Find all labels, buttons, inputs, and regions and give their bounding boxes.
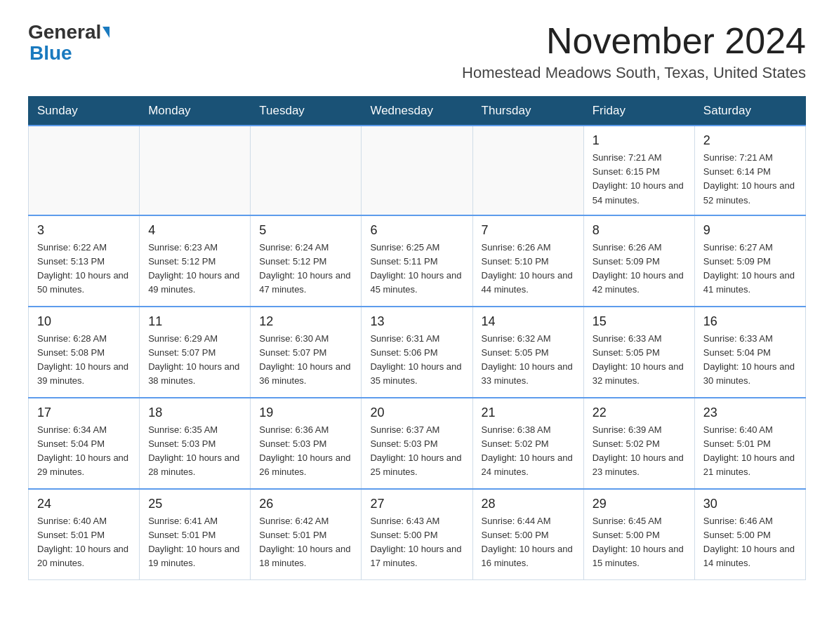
day-number: 9: [703, 223, 797, 238]
day-info: Sunrise: 6:40 AMSunset: 5:01 PMDaylight:…: [37, 514, 131, 571]
day-number: 20: [370, 405, 463, 420]
day-number: 6: [370, 223, 463, 238]
day-info: Sunrise: 6:35 AMSunset: 5:03 PMDaylight:…: [148, 423, 241, 480]
calendar-cell: [140, 126, 251, 215]
calendar-cell: 1Sunrise: 7:21 AMSunset: 6:15 PMDaylight…: [583, 126, 694, 215]
day-info: Sunrise: 6:37 AMSunset: 5:03 PMDaylight:…: [370, 423, 463, 480]
calendar-cell: 13Sunrise: 6:31 AMSunset: 5:06 PMDayligh…: [362, 307, 472, 398]
day-number: 3: [37, 223, 131, 238]
day-info: Sunrise: 6:42 AMSunset: 5:01 PMDaylight:…: [259, 514, 352, 571]
logo-general-text: General: [28, 21, 101, 43]
day-number: 16: [703, 314, 797, 329]
calendar-week-row: 3Sunrise: 6:22 AMSunset: 5:13 PMDaylight…: [29, 215, 806, 307]
day-info: Sunrise: 7:21 AMSunset: 6:14 PMDaylight:…: [703, 151, 797, 208]
page-header: General Blue November 2024 Homestead Mea…: [28, 21, 806, 82]
calendar-cell: 11Sunrise: 6:29 AMSunset: 5:07 PMDayligh…: [140, 307, 251, 398]
day-number: 27: [370, 497, 463, 511]
calendar-cell: 25Sunrise: 6:41 AMSunset: 5:01 PMDayligh…: [140, 489, 251, 580]
calendar-cell: 14Sunrise: 6:32 AMSunset: 5:05 PMDayligh…: [472, 307, 583, 398]
day-info: Sunrise: 6:34 AMSunset: 5:04 PMDaylight:…: [37, 423, 131, 480]
calendar-cell: 24Sunrise: 6:40 AMSunset: 5:01 PMDayligh…: [29, 489, 140, 580]
logo: General Blue: [28, 21, 110, 65]
weekday-header-thursday: Thursday: [472, 97, 583, 126]
day-info: Sunrise: 6:28 AMSunset: 5:08 PMDaylight:…: [37, 332, 131, 389]
weekday-header-sunday: Sunday: [29, 97, 140, 126]
day-info: Sunrise: 6:32 AMSunset: 5:05 PMDaylight:…: [482, 332, 575, 389]
calendar-cell: 21Sunrise: 6:38 AMSunset: 5:02 PMDayligh…: [472, 398, 583, 489]
calendar-week-row: 24Sunrise: 6:40 AMSunset: 5:01 PMDayligh…: [29, 489, 806, 580]
month-title: November 2024: [462, 21, 806, 61]
calendar-header-row: SundayMondayTuesdayWednesdayThursdayFrid…: [29, 97, 806, 126]
day-number: 18: [148, 405, 241, 420]
calendar-cell: 9Sunrise: 6:27 AMSunset: 5:09 PMDaylight…: [694, 215, 805, 307]
day-info: Sunrise: 6:22 AMSunset: 5:13 PMDaylight:…: [37, 241, 131, 297]
calendar-cell: 15Sunrise: 6:33 AMSunset: 5:05 PMDayligh…: [583, 307, 694, 398]
day-number: 22: [593, 405, 686, 420]
day-info: Sunrise: 6:33 AMSunset: 5:05 PMDaylight:…: [593, 332, 686, 389]
calendar-table: SundayMondayTuesdayWednesdayThursdayFrid…: [28, 96, 806, 580]
day-number: 19: [259, 405, 352, 420]
calendar-cell: 27Sunrise: 6:43 AMSunset: 5:00 PMDayligh…: [362, 489, 472, 580]
calendar-cell: 6Sunrise: 6:25 AMSunset: 5:11 PMDaylight…: [362, 215, 472, 307]
day-info: Sunrise: 6:27 AMSunset: 5:09 PMDaylight:…: [703, 241, 797, 297]
day-info: Sunrise: 6:24 AMSunset: 5:12 PMDaylight:…: [259, 241, 352, 297]
day-number: 1: [593, 133, 686, 148]
day-number: 17: [37, 405, 131, 420]
calendar-cell: 12Sunrise: 6:30 AMSunset: 5:07 PMDayligh…: [251, 307, 362, 398]
day-number: 4: [148, 223, 241, 238]
day-number: 10: [37, 314, 131, 329]
day-info: Sunrise: 6:33 AMSunset: 5:04 PMDaylight:…: [703, 332, 797, 389]
calendar-cell: 2Sunrise: 7:21 AMSunset: 6:14 PMDaylight…: [694, 126, 805, 215]
calendar-cell: 5Sunrise: 6:24 AMSunset: 5:12 PMDaylight…: [251, 215, 362, 307]
day-info: Sunrise: 6:23 AMSunset: 5:12 PMDaylight:…: [148, 241, 241, 297]
day-number: 24: [37, 497, 131, 511]
day-info: Sunrise: 6:40 AMSunset: 5:01 PMDaylight:…: [703, 423, 797, 480]
day-info: Sunrise: 7:21 AMSunset: 6:15 PMDaylight:…: [593, 151, 686, 208]
day-number: 2: [703, 133, 797, 148]
day-number: 15: [593, 314, 686, 329]
weekday-header-saturday: Saturday: [694, 97, 805, 126]
day-info: Sunrise: 6:39 AMSunset: 5:02 PMDaylight:…: [593, 423, 686, 480]
weekday-header-friday: Friday: [583, 97, 694, 126]
day-number: 30: [703, 497, 797, 511]
calendar-cell: 16Sunrise: 6:33 AMSunset: 5:04 PMDayligh…: [694, 307, 805, 398]
day-number: 12: [259, 314, 352, 329]
calendar-cell: 26Sunrise: 6:42 AMSunset: 5:01 PMDayligh…: [251, 489, 362, 580]
calendar-cell: 23Sunrise: 6:40 AMSunset: 5:01 PMDayligh…: [694, 398, 805, 489]
day-info: Sunrise: 6:25 AMSunset: 5:11 PMDaylight:…: [370, 241, 463, 297]
day-number: 11: [148, 314, 241, 329]
calendar-cell: 19Sunrise: 6:36 AMSunset: 5:03 PMDayligh…: [251, 398, 362, 489]
calendar-cell: 8Sunrise: 6:26 AMSunset: 5:09 PMDaylight…: [583, 215, 694, 307]
calendar-cell: 7Sunrise: 6:26 AMSunset: 5:10 PMDaylight…: [472, 215, 583, 307]
day-number: 28: [482, 497, 575, 511]
weekday-header-wednesday: Wednesday: [362, 97, 472, 126]
calendar-cell: [29, 126, 140, 215]
calendar-cell: 4Sunrise: 6:23 AMSunset: 5:12 PMDaylight…: [140, 215, 251, 307]
day-number: 25: [148, 497, 241, 511]
day-number: 26: [259, 497, 352, 511]
calendar-cell: 28Sunrise: 6:44 AMSunset: 5:00 PMDayligh…: [472, 489, 583, 580]
day-number: 8: [593, 223, 686, 238]
title-area: November 2024 Homestead Meadows South, T…: [462, 21, 806, 82]
calendar-cell: [472, 126, 583, 215]
day-info: Sunrise: 6:41 AMSunset: 5:01 PMDaylight:…: [148, 514, 241, 571]
day-info: Sunrise: 6:38 AMSunset: 5:02 PMDaylight:…: [482, 423, 575, 480]
day-info: Sunrise: 6:31 AMSunset: 5:06 PMDaylight:…: [370, 332, 463, 389]
day-number: 5: [259, 223, 352, 238]
calendar-cell: 18Sunrise: 6:35 AMSunset: 5:03 PMDayligh…: [140, 398, 251, 489]
calendar-week-row: 1Sunrise: 7:21 AMSunset: 6:15 PMDaylight…: [29, 126, 806, 215]
day-info: Sunrise: 6:26 AMSunset: 5:10 PMDaylight:…: [482, 241, 575, 297]
calendar-cell: 30Sunrise: 6:46 AMSunset: 5:00 PMDayligh…: [694, 489, 805, 580]
calendar-cell: 20Sunrise: 6:37 AMSunset: 5:03 PMDayligh…: [362, 398, 472, 489]
calendar-cell: 29Sunrise: 6:45 AMSunset: 5:00 PMDayligh…: [583, 489, 694, 580]
calendar-cell: [251, 126, 362, 215]
day-info: Sunrise: 6:45 AMSunset: 5:00 PMDaylight:…: [593, 514, 686, 571]
day-info: Sunrise: 6:46 AMSunset: 5:00 PMDaylight:…: [703, 514, 797, 571]
day-number: 23: [703, 405, 797, 420]
day-number: 7: [482, 223, 575, 238]
location-subtitle: Homestead Meadows South, Texas, United S…: [462, 64, 806, 82]
logo-triangle-icon: [102, 27, 110, 38]
day-number: 13: [370, 314, 463, 329]
day-number: 14: [482, 314, 575, 329]
logo-blue-text: Blue: [29, 42, 72, 64]
